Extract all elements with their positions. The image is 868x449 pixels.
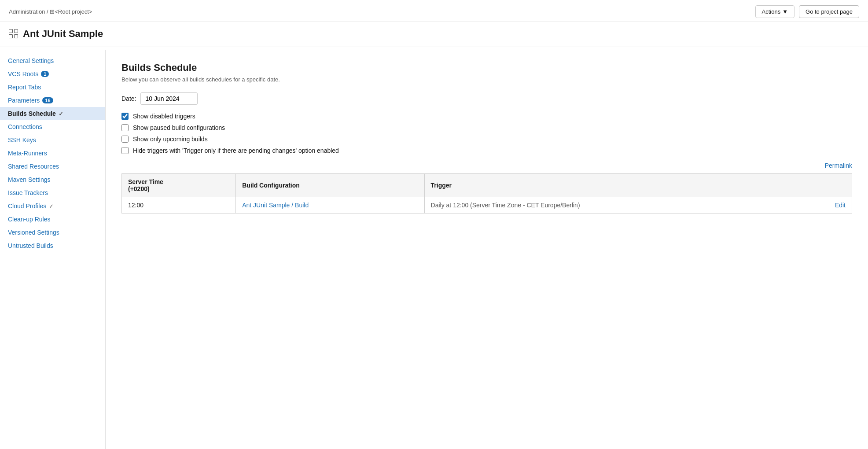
sidebar-item-vcs-roots[interactable]: VCS Roots1 [0, 67, 105, 81]
breadcrumb: Administration / ⊞<Root project> [9, 8, 92, 15]
sidebar: General SettingsVCS Roots1Report TabsPar… [0, 50, 106, 449]
col-trigger: Trigger [424, 174, 852, 197]
table-header-row: Server Time(+0200) Build Configuration T… [122, 174, 852, 197]
checkbox-show-upcoming[interactable] [121, 136, 129, 143]
actions-button[interactable]: Actions ▼ [755, 5, 795, 18]
checkbox-show-disabled[interactable] [121, 113, 129, 120]
project-title: Ant JUnit Sample [23, 28, 103, 40]
sidebar-item-ssh-keys[interactable]: SSH Keys [0, 133, 105, 147]
permalink-link[interactable]: Permalink [825, 162, 852, 169]
sidebar-item-label: Untrusted Builds [8, 242, 53, 249]
project-icon [9, 29, 18, 39]
checkbox-label-show-disabled: Show disabled triggers [133, 113, 195, 120]
project-title-bar: Ant JUnit Sample [0, 22, 868, 44]
checkbox-row-show-upcoming: Show only upcoming builds [121, 136, 852, 143]
sidebar-item-label: Report Tabs [8, 84, 41, 91]
sidebar-item-issue-trackers[interactable]: Issue Trackers [0, 186, 105, 199]
check-icon: ✓ [59, 110, 63, 117]
page-title: Builds Schedule [121, 62, 852, 74]
checkbox-show-paused[interactable] [121, 124, 129, 131]
sidebar-item-label: VCS Roots [8, 70, 38, 77]
sidebar-item-label: Clean-up Rules [8, 216, 51, 223]
sidebar-item-label: Parameters [8, 97, 40, 104]
sidebar-item-label: Maven Settings [8, 176, 51, 183]
sidebar-item-untrusted-builds[interactable]: Untrusted Builds [0, 239, 105, 252]
actions-label: Actions [762, 8, 781, 15]
sidebar-item-label: Connections [8, 123, 42, 130]
page-subtitle: Below you can observe all builds schedul… [121, 76, 852, 83]
sidebar-item-clean-up-rules[interactable]: Clean-up Rules [0, 213, 105, 226]
checkbox-hide-triggers[interactable] [121, 147, 129, 154]
header-actions: Actions ▼ Go to project page [755, 5, 859, 18]
cell-trigger: Daily at 12:00 (Server Time Zone - CET E… [424, 197, 852, 213]
sidebar-item-cloud-profiles[interactable]: Cloud Profiles✓ [0, 199, 105, 213]
sidebar-item-general-settings[interactable]: General Settings [0, 54, 105, 67]
trigger-text: Daily at 12:00 (Server Time Zone - CET E… [431, 202, 580, 209]
check-icon: ✓ [49, 203, 54, 210]
goto-project-button[interactable]: Go to project page [799, 5, 859, 18]
checkbox-label-hide-triggers: Hide triggers with 'Trigger only if ther… [133, 147, 339, 154]
sidebar-item-versioned-settings[interactable]: Versioned Settings [0, 226, 105, 239]
edit-link[interactable]: Edit [835, 202, 846, 209]
sidebar-item-maven-settings[interactable]: Maven Settings [0, 173, 105, 186]
sidebar-item-builds-schedule[interactable]: Builds Schedule✓ [0, 107, 105, 120]
checkbox-row-show-paused: Show paused build configurations [121, 124, 852, 131]
checkbox-row-hide-triggers: Hide triggers with 'Trigger only if ther… [121, 147, 852, 154]
table-row: 12:00Ant JUnit Sample / BuildDaily at 12… [122, 197, 852, 213]
sidebar-item-parameters[interactable]: Parameters16 [0, 94, 105, 107]
sidebar-item-label: Issue Trackers [8, 189, 48, 196]
permalink-row: Permalink [121, 162, 852, 169]
sidebar-badge: 1 [41, 71, 49, 77]
sidebar-item-label: SSH Keys [8, 136, 36, 144]
sidebar-item-label: Builds Schedule [8, 110, 56, 117]
sidebar-item-report-tabs[interactable]: Report Tabs [0, 81, 105, 94]
date-label: Date: [121, 95, 136, 102]
sidebar-item-shared-resources[interactable]: Shared Resources [0, 160, 105, 173]
sidebar-item-label: General Settings [8, 57, 54, 64]
checkbox-row-show-disabled: Show disabled triggers [121, 113, 852, 120]
schedule-table: Server Time(+0200) Build Configuration T… [121, 173, 852, 213]
header: Administration / ⊞<Root project> Actions… [0, 0, 868, 22]
cell-build-config: Ant JUnit Sample / Build [236, 197, 424, 213]
chevron-down-icon: ▼ [782, 8, 788, 15]
cell-time: 12:00 [122, 197, 236, 213]
sidebar-item-label: Meta-Runners [8, 150, 47, 157]
sidebar-item-label: Shared Resources [8, 163, 59, 170]
table-body: 12:00Ant JUnit Sample / BuildDaily at 12… [122, 197, 852, 213]
date-row: Date: [121, 92, 852, 105]
main-content: Builds Schedule Below you can observe al… [106, 50, 868, 449]
sidebar-item-meta-runners[interactable]: Meta-Runners [0, 147, 105, 160]
sidebar-item-label: Versioned Settings [8, 229, 59, 236]
sidebar-item-label: Cloud Profiles [8, 202, 46, 210]
checkboxes-container: Show disabled triggersShow paused build … [121, 113, 852, 154]
build-config-link[interactable]: Ant JUnit Sample / Build [242, 202, 309, 209]
checkbox-label-show-paused: Show paused build configurations [133, 124, 225, 131]
sidebar-item-connections[interactable]: Connections [0, 120, 105, 133]
layout: General SettingsVCS Roots1Report TabsPar… [0, 50, 868, 449]
date-input[interactable] [140, 92, 198, 105]
sidebar-badge: 16 [42, 97, 53, 103]
col-build-config: Build Configuration [236, 174, 424, 197]
checkbox-label-show-upcoming: Show only upcoming builds [133, 136, 208, 143]
col-server-time: Server Time(+0200) [122, 174, 236, 197]
